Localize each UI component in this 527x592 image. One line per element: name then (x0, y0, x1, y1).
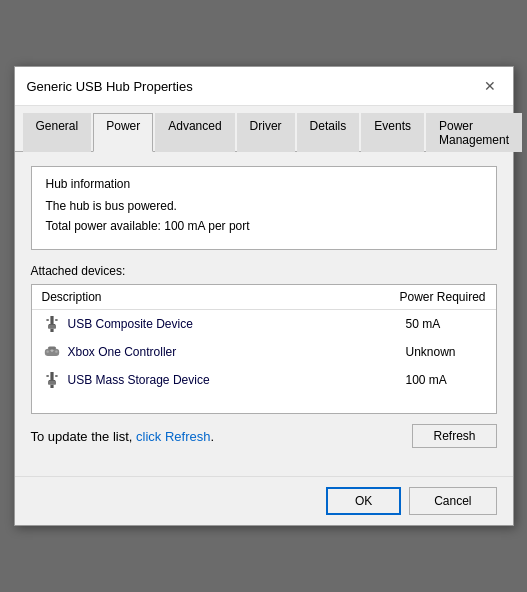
tab-advanced[interactable]: Advanced (155, 113, 234, 152)
svg-rect-17 (55, 375, 57, 377)
dialog-title: Generic USB Hub Properties (27, 79, 193, 94)
svg-rect-8 (55, 350, 57, 352)
device-power-storage: 100 mA (406, 373, 486, 387)
svg-rect-12 (50, 372, 53, 380)
refresh-text-before: To update the list, (31, 429, 137, 444)
attached-devices-label: Attached devices: (31, 264, 497, 278)
tab-details[interactable]: Details (297, 113, 360, 152)
svg-rect-0 (50, 316, 53, 324)
ok-button[interactable]: OK (326, 487, 401, 515)
tab-bar: General Power Advanced Driver Details Ev… (15, 106, 513, 152)
tab-power-management[interactable]: Power Management (426, 113, 522, 152)
devices-table: Description Power Required USB Composite… (31, 284, 497, 414)
hub-info-box: Hub information The hub is bus powered. … (31, 166, 497, 250)
device-power-xbox: Unknown (406, 345, 486, 359)
table-row: Xbox One Controller Unknown (32, 338, 496, 366)
dialog-window: Generic USB Hub Properties ✕ General Pow… (14, 66, 514, 526)
tab-content: Hub information The hub is bus powered. … (15, 152, 513, 476)
device-name-storage: USB Mass Storage Device (68, 373, 406, 387)
dialog-footer: OK Cancel (15, 476, 513, 525)
svg-rect-3 (50, 329, 53, 332)
tab-power[interactable]: Power (93, 113, 153, 152)
hub-powered-text: The hub is bus powered. (46, 199, 482, 213)
svg-rect-15 (50, 385, 53, 388)
tab-general[interactable]: General (23, 113, 92, 152)
svg-rect-2 (48, 325, 56, 329)
usb-storage-icon (42, 370, 62, 390)
col-description: Description (42, 290, 102, 304)
devices-table-header: Description Power Required (32, 285, 496, 310)
close-button[interactable]: ✕ (479, 75, 501, 97)
usb-composite-icon (42, 314, 62, 334)
svg-rect-11 (48, 346, 56, 349)
hub-info-title: Hub information (46, 177, 482, 191)
tab-driver[interactable]: Driver (237, 113, 295, 152)
refresh-link[interactable]: click Refresh (136, 429, 210, 444)
table-row: USB Mass Storage Device 100 mA (32, 366, 496, 394)
tab-events[interactable]: Events (361, 113, 424, 152)
device-name-xbox: Xbox One Controller (68, 345, 406, 359)
title-bar: Generic USB Hub Properties ✕ (15, 67, 513, 106)
refresh-text-after: . (210, 429, 214, 444)
refresh-button[interactable]: Refresh (412, 424, 496, 448)
refresh-description: To update the list, click Refresh. (31, 429, 215, 444)
svg-rect-4 (46, 319, 48, 321)
refresh-row: To update the list, click Refresh. Refre… (31, 424, 497, 448)
table-row: USB Composite Device 50 mA (32, 310, 496, 338)
col-power: Power Required (399, 290, 485, 304)
svg-rect-7 (46, 350, 48, 352)
xbox-controller-icon (42, 342, 62, 362)
cancel-button[interactable]: Cancel (409, 487, 496, 515)
svg-rect-5 (55, 319, 57, 321)
device-name-composite: USB Composite Device (68, 317, 406, 331)
svg-rect-16 (46, 375, 48, 377)
device-power-composite: 50 mA (406, 317, 486, 331)
svg-rect-14 (48, 381, 56, 385)
hub-power-available-text: Total power available: 100 mA per port (46, 219, 482, 233)
